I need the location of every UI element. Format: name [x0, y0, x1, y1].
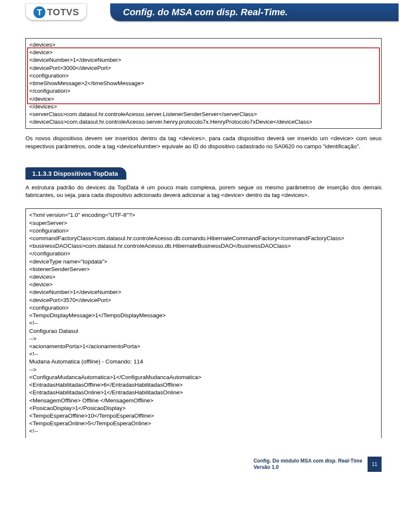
paragraph-devices-note: Os novos dispositivos devem ser inserido… — [25, 135, 382, 150]
footer-title: Config. Do módulo MSA com disp. Real-Tim… — [254, 458, 362, 464]
code-line: <PosicaoDisplay>1</PosicaoDisplay> — [29, 405, 378, 412]
code-line: <!-- — [29, 427, 378, 435]
code-line: <businessDAOClass>com.datasul.hr.control… — [29, 242, 378, 250]
page: Este documento é de propriedade da TOTVS… — [0, 0, 407, 478]
logo-icon: T — [33, 6, 45, 18]
code-line: --> — [29, 335, 378, 343]
code-line: <deviceNumber>1</deviceNumber> — [29, 56, 378, 64]
code-line: <listenerSenderServer> — [29, 266, 378, 273]
code-line: <superServer> — [29, 219, 378, 227]
footer: Config. Do módulo MSA com disp. Real-Tim… — [254, 457, 382, 472]
code-line: <commandFactoryClass>com.datasul.hr.cont… — [29, 235, 378, 242]
code-line: </devices> — [29, 103, 378, 111]
code-line: <device> — [29, 49, 378, 56]
logo: T TOTVS — [25, 3, 87, 20]
code-line: <ConfiguraMudancaAutomatica>1</Configura… — [29, 374, 378, 381]
code-line: Mudana Automatica (offline) - Comando: 1… — [29, 358, 378, 366]
code-line: --> — [29, 366, 378, 374]
code-line: <configuration> — [29, 227, 378, 235]
paragraph-topdata: A estrutura padrão do devices da TopData… — [25, 184, 382, 199]
logo-text: TOTVS — [47, 7, 79, 18]
code-line: <TempoEsperaOffline>10</TempoEsperaOffli… — [29, 412, 378, 420]
code-line: <EntradasHabilitadasOffline>6</EntradasH… — [29, 381, 378, 389]
footer-text: Config. Do módulo MSA com disp. Real-Tim… — [254, 457, 368, 472]
code-line: <timeShowMessage>2</timeShowMessage> — [29, 80, 378, 87]
code-line: <?xml version="1.0" encoding="UTF-8"?> — [29, 211, 378, 219]
code-box-topdata: <?xml version="1.0" encoding="UTF-8"?><s… — [25, 208, 382, 438]
code-line: <serverClass>com.datasul.hr.controleAces… — [29, 111, 378, 118]
code-line: <configuration> — [29, 304, 378, 312]
code-line: <!-- — [29, 319, 378, 327]
code-line: <devicePort>3570</devicePort> — [29, 296, 378, 304]
section-heading: 1.1.3.3 Dispositivos TopData — [25, 167, 126, 180]
code-line: Configurao Datasul — [29, 327, 378, 335]
header: T TOTVS Config. do MSA com disp. Real-Ti… — [25, 0, 382, 25]
page-number: 11 — [368, 457, 382, 472]
code-line: <deviceType name="topdata"> — [29, 258, 378, 266]
code-line: <configuration> — [29, 72, 378, 80]
title-banner: Config. do MSA com disp. Real-Time. — [110, 3, 399, 21]
code-line: <devicePort>3000</devicePort> — [29, 64, 378, 72]
code-line: </device> — [29, 95, 378, 103]
code-line: </configuration> — [29, 250, 378, 258]
code-line: <TempoDisplayMessage>1</TempoDisplayMess… — [29, 312, 378, 319]
code-line: <deviceClass>com.datasul.hr.controleAces… — [29, 118, 378, 126]
page-title: Config. do MSA com disp. Real-Time. — [123, 7, 288, 18]
code-line: <!-- — [29, 350, 378, 358]
footer-version: Versão 1.0 — [254, 464, 362, 471]
code-box-devices-henry: <devices><device><deviceNumber>1</device… — [25, 38, 382, 129]
code-line: </configuration> — [29, 87, 378, 95]
code-line: <deviceNumber>1</deviceNumber> — [29, 288, 378, 296]
code-line: <EntradasHabilitadasOnline>1</EntradasHa… — [29, 389, 378, 396]
code-line: <device> — [29, 281, 378, 288]
code-line: <MensagemOffline> Offline </MensagemOffl… — [29, 397, 378, 405]
code-line: <devices> — [29, 41, 378, 49]
code-line: <TempoEsperaOnline>5</TempoEsperaOnline> — [29, 420, 378, 427]
code-line: <acionamentoPorta>1</acionamentoPorta> — [29, 343, 378, 350]
code-line: <devices> — [29, 273, 378, 281]
